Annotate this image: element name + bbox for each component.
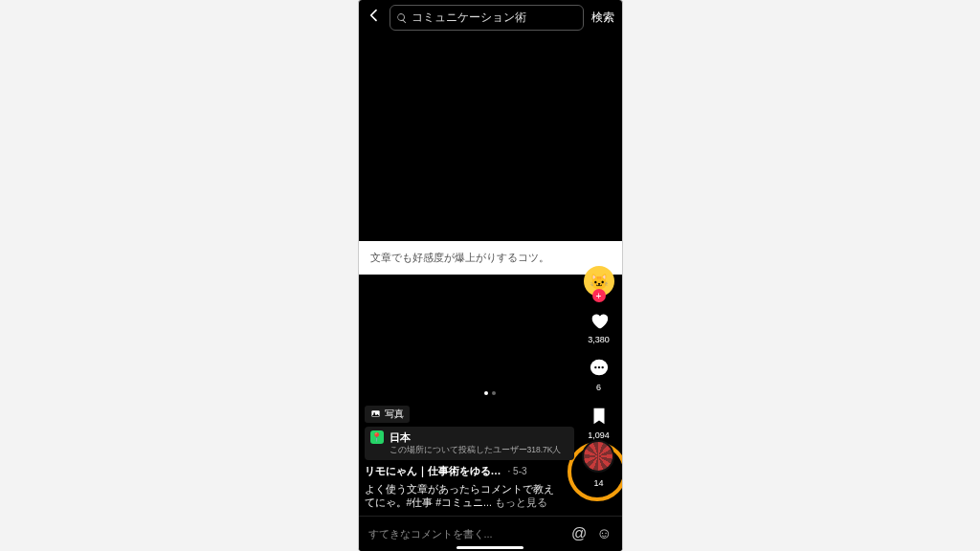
creator-avatar[interactable]: 🐱 + <box>584 266 614 297</box>
share-count: 14 <box>593 478 603 488</box>
phone-frame: コミュニケーション術 検索 文章でも好感度が爆上がりするコツ。 🐱 + 3,38… <box>358 0 623 551</box>
location-pin-icon: 📍 <box>370 430 384 444</box>
like-button[interactable]: 3,380 <box>588 310 610 344</box>
post-date: · 5-3 <box>508 466 527 476</box>
photo-badge[interactable]: 写真 <box>365 406 410 423</box>
video-feed[interactable]: 文章でも好感度が爆上がりするコツ。 🐱 + 3,380 6 <box>359 33 622 517</box>
post-description[interactable]: よく使う文章があったらコメントで教え てにゃ。#仕事 #コミュニ... もっと見… <box>365 482 574 509</box>
comment-input[interactable]: すてきなコメントを書く... <box>368 527 562 541</box>
bookmark-button[interactable]: 1,094 <box>588 406 610 440</box>
svg-point-3 <box>601 366 603 368</box>
post-meta: 写真 📍 日本 この場所について投稿したユーザー318.7K人 リモにゃん｜仕事… <box>365 406 574 509</box>
mention-icon[interactable]: @ <box>571 525 587 542</box>
photo-badge-label: 写真 <box>385 408 404 421</box>
back-button[interactable] <box>365 8 384 28</box>
search-button[interactable]: 検索 <box>590 10 616 26</box>
svg-point-1 <box>594 366 596 368</box>
like-count: 3,380 <box>588 335 610 344</box>
creator-row[interactable]: リモにゃん｜仕事術をゆる… · 5-3 <box>365 464 574 478</box>
search-input[interactable]: コミュニケーション術 <box>390 5 584 31</box>
home-indicator <box>457 546 523 549</box>
music-disc[interactable] <box>582 440 614 473</box>
comment-icon <box>589 358 610 382</box>
svg-point-2 <box>597 366 599 368</box>
location-name: 日本 <box>390 430 562 445</box>
emoji-icon[interactable]: ☺ <box>596 525 612 542</box>
comment-count: 6 <box>596 383 601 392</box>
follow-plus-icon[interactable]: + <box>592 289 606 302</box>
heart-icon <box>589 310 610 334</box>
bookmark-count: 1,094 <box>588 430 610 440</box>
caption-overlay: 文章でも好感度が爆上がりするコツ。 <box>359 241 622 275</box>
page-indicator <box>484 391 496 395</box>
bookmark-icon <box>589 406 610 430</box>
location-chip[interactable]: 📍 日本 この場所について投稿したユーザー318.7K人 <box>365 427 574 460</box>
music-disc-icon <box>582 440 614 473</box>
comment-button[interactable]: 6 <box>589 358 610 392</box>
see-more-link[interactable]: もっと見る <box>495 496 547 508</box>
search-query-text: コミュニケーション術 <box>412 10 526 26</box>
header: コミュニケーション術 検索 <box>359 0 622 35</box>
creator-name: リモにゃん｜仕事術をゆる… <box>365 465 501 476</box>
location-subtitle: この場所について投稿したユーザー318.7K人 <box>390 445 562 456</box>
